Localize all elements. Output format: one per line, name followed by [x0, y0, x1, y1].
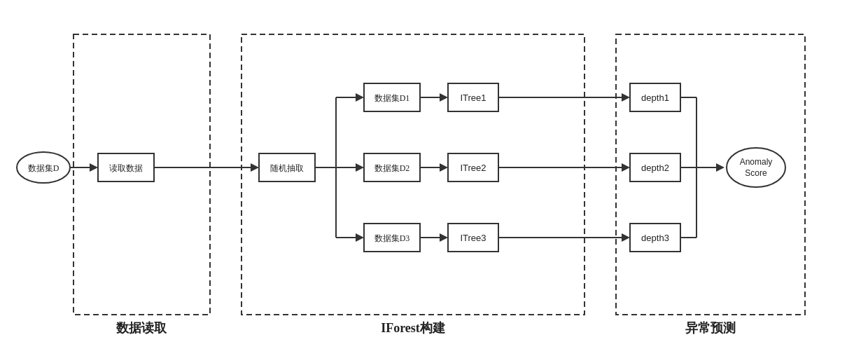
arrowhead-to-d1 — [356, 93, 364, 102]
diagram: 数据读取 IForest构建 异常预测 数据集D 读取数据 随机抽取 — [14, 20, 854, 343]
label-iforest: IForest构建 — [381, 321, 446, 335]
arrowhead-d-to-read — [90, 163, 98, 172]
label-depth3: depth3 — [641, 233, 669, 243]
label-dataset-d2: 数据集D2 — [374, 163, 410, 173]
arrowhead-read-to-sample — [251, 163, 259, 172]
arrowhead-d1-to-itree1 — [440, 93, 448, 102]
arrowhead-merge-to-anomaly — [716, 163, 724, 172]
label-depth2: depth2 — [641, 163, 669, 173]
arrowhead-itree2-to-depth2 — [622, 163, 630, 172]
label-read-data: 读取数据 — [109, 163, 143, 173]
label-dataset-d: 数据集D — [28, 163, 59, 173]
arrowhead-to-d3 — [356, 233, 364, 242]
arrowhead-d2-to-itree2 — [440, 163, 448, 172]
label-read: 数据读取 — [115, 321, 167, 335]
label-depth1: depth1 — [641, 93, 669, 103]
label-itree1: ITree1 — [460, 93, 486, 103]
arrowhead-itree3-to-depth3 — [622, 233, 630, 242]
arrowhead-d3-to-itree3 — [440, 233, 448, 242]
label-dataset-d3: 数据集D3 — [374, 233, 410, 243]
node-anomaly-score — [727, 148, 785, 187]
label-random-sample: 随机抽取 — [270, 163, 304, 173]
label-dataset-d1: 数据集D1 — [374, 93, 410, 103]
arrowhead-itree1-to-depth1 — [622, 93, 630, 102]
diagram-container: 数据读取 IForest构建 异常预测 数据集D 读取数据 随机抽取 — [0, 0, 868, 363]
label-anomaly-score-1: Anomaly — [740, 157, 773, 167]
label-itree2: ITree2 — [460, 163, 486, 173]
arrowhead-to-d2 — [356, 163, 364, 172]
diagram-svg: 数据读取 IForest构建 异常预测 数据集D 读取数据 随机抽取 — [14, 20, 854, 343]
label-anomaly-score-2: Score — [745, 168, 767, 178]
label-itree3: ITree3 — [460, 233, 486, 243]
label-predict: 异常预测 — [685, 321, 736, 335]
